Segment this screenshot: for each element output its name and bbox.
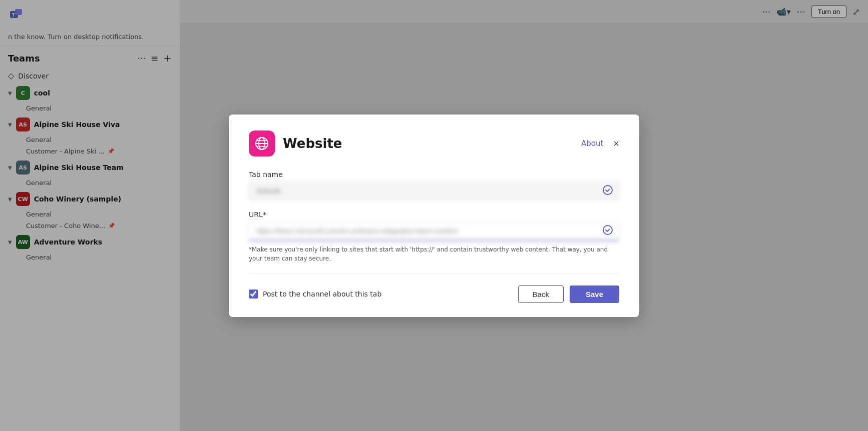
about-link[interactable]: About <box>581 139 603 148</box>
modal-overlay: Website About × Tab name URL* <box>0 0 868 431</box>
footer-buttons: Back Save <box>518 286 619 303</box>
tab-name-input[interactable] <box>249 182 619 200</box>
modal-title: Website <box>283 136 342 151</box>
save-button[interactable]: Save <box>570 286 619 303</box>
modal-title-group: Website <box>249 130 342 156</box>
close-button[interactable]: × <box>613 138 619 148</box>
website-modal: Website About × Tab name URL* <box>229 114 639 317</box>
tab-name-check-icon <box>602 184 613 198</box>
url-input[interactable] <box>249 222 619 241</box>
modal-header-actions: About × <box>581 138 619 148</box>
post-to-channel-label: Post to the channel about this tab <box>263 290 381 298</box>
app-icon <box>249 130 275 156</box>
post-checkbox-group: Post to the channel about this tab <box>249 290 381 298</box>
tab-name-group: Tab name <box>249 170 619 200</box>
modal-header: Website About × <box>249 130 619 156</box>
tab-name-input-wrapper <box>249 182 619 200</box>
url-hint: *Make sure you're only linking to sites … <box>249 245 619 263</box>
url-check-icon <box>602 224 613 238</box>
back-button[interactable]: Back <box>518 286 564 303</box>
svg-point-8 <box>603 186 612 194</box>
post-to-channel-checkbox[interactable] <box>249 290 258 298</box>
modal-footer: Post to the channel about this tab Back … <box>249 273 619 303</box>
svg-point-9 <box>603 226 612 234</box>
tab-name-label: Tab name <box>249 170 619 178</box>
url-group: URL* *Make sure you're only linking to s… <box>249 210 619 263</box>
url-input-wrapper <box>249 222 619 241</box>
url-label: URL* <box>249 210 619 218</box>
